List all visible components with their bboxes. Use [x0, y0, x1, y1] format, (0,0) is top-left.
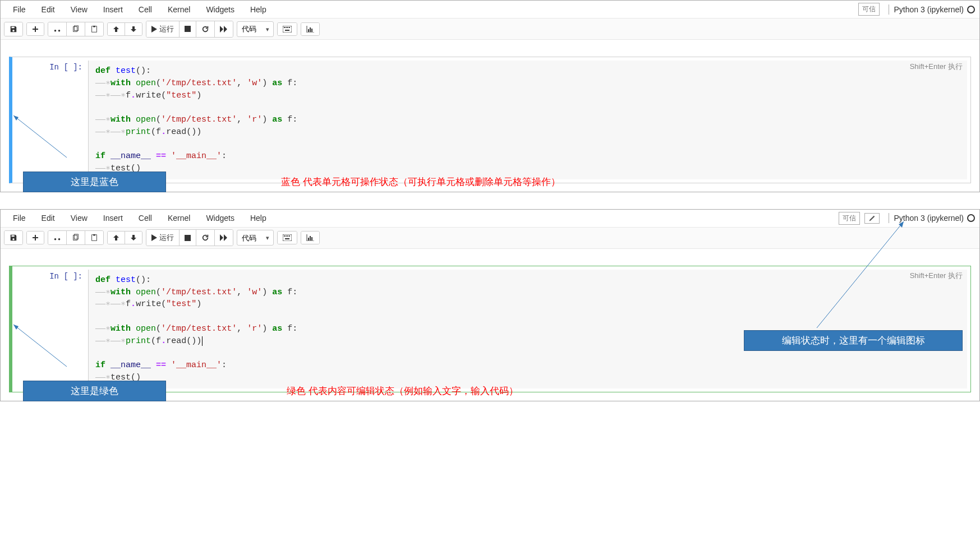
kernel-status-icon: [967, 214, 975, 222]
svg-rect-10: [285, 30, 289, 31]
shift-enter-hint: Shift+Enter 执行: [910, 271, 963, 281]
jupyter-panel-edit-mode: File Edit View Insert Cell Kernel Widget…: [0, 209, 980, 401]
kernel-name[interactable]: Python 3 (ipykernel): [894, 214, 964, 223]
kernel-name[interactable]: Python 3 (ipykernel): [894, 5, 964, 14]
input-prompt: In [ ]:: [12, 266, 88, 392]
move-down-button[interactable]: [125, 23, 142, 35]
menu-widgets[interactable]: Widgets: [198, 2, 242, 17]
run-button[interactable]: 运行: [146, 230, 180, 246]
code-cell[interactable]: In [ ]: def test(): ——∗with open('/tmp/t…: [9, 57, 971, 183]
svg-rect-9: [289, 27, 290, 28]
trusted-badge[interactable]: 可信: [858, 3, 880, 16]
paste-button[interactable]: [85, 231, 103, 244]
menu-cell[interactable]: Cell: [131, 2, 160, 17]
toolbar: 运行 代码: [1, 18, 979, 40]
interrupt-button[interactable]: [180, 230, 196, 246]
run-all-button[interactable]: [215, 21, 233, 37]
kernel-status-icon: [967, 6, 975, 13]
run-button[interactable]: 运行: [146, 21, 180, 37]
interrupt-button[interactable]: [180, 21, 196, 37]
add-cell-button[interactable]: [27, 23, 44, 35]
code-editor[interactable]: def test(): ——∗with open('/tmp/test.txt'…: [88, 270, 967, 388]
cell-type-select[interactable]: 代码: [237, 21, 274, 37]
input-prompt: In [ ]:: [12, 57, 88, 183]
cut-button[interactable]: [48, 231, 67, 244]
menu-edit[interactable]: Edit: [34, 210, 63, 226]
edit-icon-callout-box: 编辑状态时，这里有一个编辑图标: [744, 330, 963, 351]
svg-rect-29: [311, 237, 312, 240]
svg-rect-6: [284, 27, 285, 28]
svg-rect-12: [310, 27, 311, 32]
move-up-button[interactable]: [108, 232, 125, 244]
menu-help[interactable]: Help: [242, 2, 274, 17]
move-up-button[interactable]: [108, 23, 125, 35]
cut-button[interactable]: [48, 22, 67, 36]
menu-kernel[interactable]: Kernel: [160, 2, 198, 17]
notebook-body: In [ ]: def test(): ——∗with open('/tmp/t…: [1, 249, 979, 401]
svg-rect-4: [185, 26, 191, 32]
cell-type-select[interactable]: 代码: [237, 230, 274, 246]
svg-rect-7: [286, 27, 287, 28]
menu-widgets[interactable]: Widgets: [198, 210, 242, 226]
paste-button[interactable]: [85, 22, 103, 36]
blue-description: 蓝色 代表单元格可操作状态（可执行单元格或删除单元格等操作）: [281, 175, 560, 188]
notebook-body: In [ ]: def test(): ——∗with open('/tmp/t…: [1, 40, 979, 192]
menu-view[interactable]: View: [63, 210, 95, 226]
svg-rect-21: [283, 234, 292, 241]
svg-rect-28: [310, 236, 311, 240]
menu-cell[interactable]: Cell: [131, 210, 160, 226]
menu-file[interactable]: File: [5, 210, 34, 226]
chart-button[interactable]: [301, 232, 319, 244]
svg-rect-8: [287, 27, 288, 28]
green-callout-box: 这里是绿色: [23, 381, 166, 401]
svg-rect-3: [93, 25, 95, 27]
chart-button[interactable]: [301, 23, 319, 35]
menubar: File Edit View Insert Cell Kernel Widget…: [1, 1, 979, 18]
menu-insert[interactable]: Insert: [95, 210, 131, 226]
menu-file[interactable]: File: [5, 2, 34, 17]
edit-mode-indicator: [864, 213, 880, 224]
restart-button[interactable]: [196, 21, 215, 37]
svg-rect-27: [308, 238, 309, 240]
move-down-button[interactable]: [125, 232, 142, 244]
svg-rect-26: [285, 238, 289, 239]
svg-rect-5: [283, 26, 292, 33]
menubar: File Edit View Insert Cell Kernel Widget…: [1, 210, 979, 228]
svg-rect-19: [93, 234, 95, 236]
menu-edit[interactable]: Edit: [34, 2, 63, 17]
toolbar: 运行 代码: [1, 228, 979, 249]
save-button[interactable]: [4, 22, 22, 36]
green-description: 绿色 代表内容可编辑状态（例如输入文字，输入代码）: [287, 385, 518, 397]
restart-button[interactable]: [196, 230, 215, 246]
pencil-icon: [868, 215, 876, 222]
svg-rect-13: [311, 29, 312, 32]
keyboard-button[interactable]: [278, 23, 297, 35]
copy-button[interactable]: [67, 22, 85, 36]
save-button[interactable]: [4, 231, 22, 244]
blue-callout-box: 这里是蓝色: [23, 172, 166, 192]
copy-button[interactable]: [67, 231, 85, 244]
jupyter-panel-command-mode: File Edit View Insert Cell Kernel Widget…: [0, 0, 980, 192]
keyboard-button[interactable]: [278, 232, 297, 244]
svg-rect-25: [289, 235, 290, 237]
shift-enter-hint: Shift+Enter 执行: [910, 62, 963, 72]
svg-rect-22: [284, 235, 285, 237]
svg-rect-24: [287, 235, 288, 237]
menu-view[interactable]: View: [63, 2, 95, 17]
menu-kernel[interactable]: Kernel: [160, 210, 198, 226]
run-all-button[interactable]: [215, 230, 233, 246]
svg-rect-23: [286, 235, 287, 237]
trusted-badge[interactable]: 可信: [839, 212, 860, 225]
menu-insert[interactable]: Insert: [95, 2, 131, 17]
code-editor[interactable]: def test(): ——∗with open('/tmp/test.txt'…: [88, 61, 967, 179]
svg-rect-11: [308, 29, 309, 32]
add-cell-button[interactable]: [27, 232, 44, 244]
svg-rect-20: [185, 235, 191, 241]
menu-help[interactable]: Help: [242, 210, 274, 226]
code-cell[interactable]: In [ ]: def test(): ——∗with open('/tmp/t…: [9, 266, 971, 392]
